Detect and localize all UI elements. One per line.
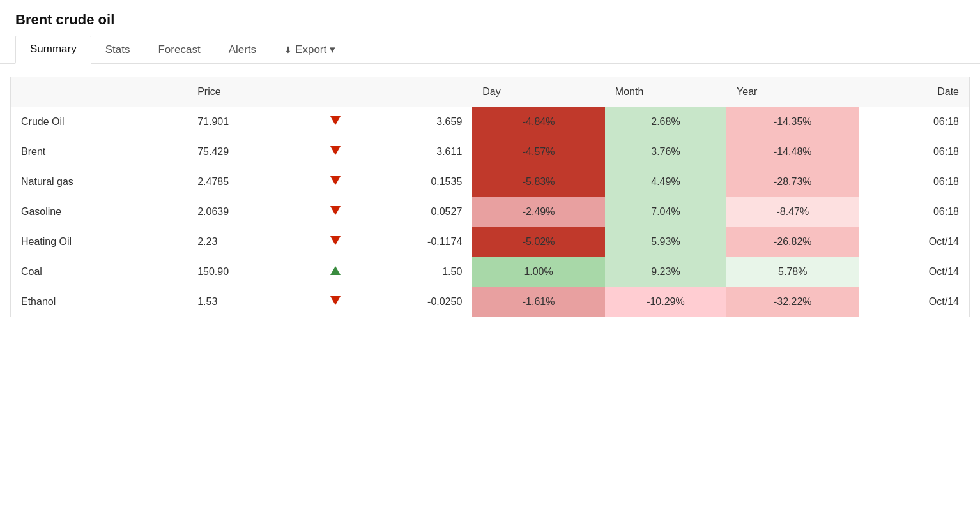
cell-month: -10.29% <box>605 287 726 317</box>
cell-change: -0.1174 <box>362 227 472 257</box>
cell-arrow <box>309 137 362 167</box>
table-row: Natural gas 2.4785 0.1535 -5.83% 4.49% -… <box>11 167 970 197</box>
table-row: Crude Oil 71.901 3.659 -4.84% 2.68% -14.… <box>11 107 970 137</box>
cell-year: 5.78% <box>726 257 859 287</box>
table-row: Coal 150.90 1.50 1.00% 9.23% 5.78% Oct/1… <box>11 257 970 287</box>
cell-price: 75.429 <box>187 137 309 167</box>
tab-summary[interactable]: Summary <box>15 36 91 64</box>
tab-bar: Summary Stats Forecast Alerts ⬇ Export ▾ <box>0 36 980 64</box>
cell-name: Coal <box>11 257 188 287</box>
cell-date: 06:18 <box>859 107 970 137</box>
cell-day: -1.61% <box>472 287 605 317</box>
tab-export[interactable]: ⬇ Export ▾ <box>270 36 349 63</box>
arrow-up-icon <box>330 266 341 275</box>
cell-name: Ethanol <box>11 287 188 317</box>
tab-forecast[interactable]: Forecast <box>144 37 214 63</box>
cell-change: 3.659 <box>362 107 472 137</box>
arrow-down-icon <box>330 296 341 305</box>
cell-month: 7.04% <box>605 197 726 227</box>
col-header-year: Year <box>726 77 859 107</box>
export-icon: ⬇ <box>284 45 292 55</box>
cell-year: -14.35% <box>726 107 859 137</box>
table-row: Brent 75.429 3.611 -4.57% 3.76% -14.48% … <box>11 137 970 167</box>
cell-date: Oct/14 <box>859 257 970 287</box>
arrow-down-icon <box>330 176 341 185</box>
cell-day: -4.84% <box>472 107 605 137</box>
cell-month: 9.23% <box>605 257 726 287</box>
cell-price: 71.901 <box>187 107 309 137</box>
col-header-name <box>11 77 188 107</box>
cell-arrow <box>309 197 362 227</box>
cell-day: -5.02% <box>472 227 605 257</box>
cell-price: 2.4785 <box>187 167 309 197</box>
arrow-down-icon <box>330 116 341 125</box>
chevron-down-icon: ▾ <box>330 43 335 56</box>
tab-stats[interactable]: Stats <box>91 37 144 63</box>
tab-alerts[interactable]: Alerts <box>215 37 270 63</box>
cell-day: -2.49% <box>472 197 605 227</box>
table-header-row: Price Day Month Year Date <box>11 77 970 107</box>
arrow-down-icon <box>330 236 341 245</box>
cell-arrow <box>309 287 362 317</box>
col-header-price: Price <box>187 77 309 107</box>
cell-change: 0.0527 <box>362 197 472 227</box>
cell-change: 0.1535 <box>362 167 472 197</box>
cell-name: Gasoline <box>11 197 188 227</box>
col-header-change <box>362 77 472 107</box>
col-header-day: Day <box>472 77 605 107</box>
cell-name: Heating Oil <box>11 227 188 257</box>
col-header-arrow <box>309 77 362 107</box>
cell-day: -4.57% <box>472 137 605 167</box>
cell-date: Oct/14 <box>859 287 970 317</box>
cell-change: 3.611 <box>362 137 472 167</box>
cell-name: Natural gas <box>11 167 188 197</box>
cell-arrow <box>309 257 362 287</box>
cell-name: Crude Oil <box>11 107 188 137</box>
content-area: Price Day Month Year Date Crude Oil 71.9… <box>0 64 980 330</box>
cell-month: 2.68% <box>605 107 726 137</box>
cell-arrow <box>309 167 362 197</box>
cell-price: 2.0639 <box>187 197 309 227</box>
cell-year: -26.82% <box>726 227 859 257</box>
cell-price: 150.90 <box>187 257 309 287</box>
cell-year: -8.47% <box>726 197 859 227</box>
table-row: Heating Oil 2.23 -0.1174 -5.02% 5.93% -2… <box>11 227 970 257</box>
cell-day: 1.00% <box>472 257 605 287</box>
cell-date: 06:18 <box>859 197 970 227</box>
page-title: Brent crude oil <box>0 0 980 36</box>
cell-arrow <box>309 107 362 137</box>
cell-day: -5.83% <box>472 167 605 197</box>
table-row: Ethanol 1.53 -0.0250 -1.61% -10.29% -32.… <box>11 287 970 317</box>
col-header-month: Month <box>605 77 726 107</box>
cell-year: -14.48% <box>726 137 859 167</box>
cell-year: -32.22% <box>726 287 859 317</box>
cell-year: -28.73% <box>726 167 859 197</box>
arrow-down-icon <box>330 206 341 215</box>
cell-arrow <box>309 227 362 257</box>
cell-month: 5.93% <box>605 227 726 257</box>
cell-change: -0.0250 <box>362 287 472 317</box>
col-header-date: Date <box>859 77 970 107</box>
cell-date: Oct/14 <box>859 227 970 257</box>
commodity-table: Price Day Month Year Date Crude Oil 71.9… <box>10 77 970 317</box>
cell-name: Brent <box>11 137 188 167</box>
table-row: Gasoline 2.0639 0.0527 -2.49% 7.04% -8.4… <box>11 197 970 227</box>
cell-price: 1.53 <box>187 287 309 317</box>
arrow-down-icon <box>330 146 341 155</box>
cell-month: 3.76% <box>605 137 726 167</box>
cell-month: 4.49% <box>605 167 726 197</box>
cell-date: 06:18 <box>859 167 970 197</box>
cell-change: 1.50 <box>362 257 472 287</box>
cell-price: 2.23 <box>187 227 309 257</box>
cell-date: 06:18 <box>859 137 970 167</box>
